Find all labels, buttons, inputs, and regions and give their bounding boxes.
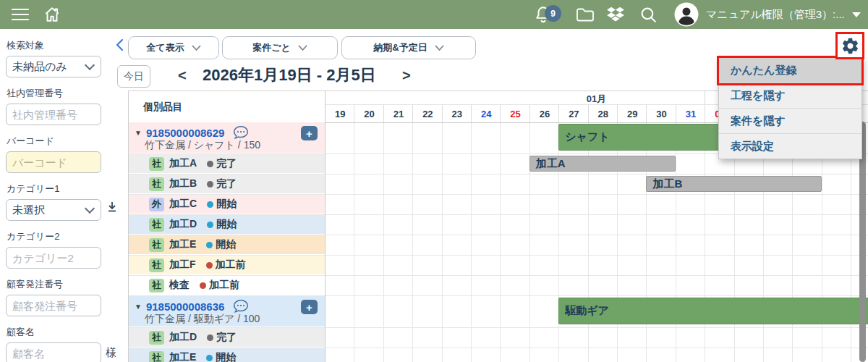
- collapse-sidebar-icon[interactable]: [115, 38, 124, 51]
- filter-button-label: 案件ごと: [252, 41, 291, 54]
- customer-order-number-input[interactable]: [6, 295, 101, 316]
- task-row-content: 外加工C開始: [149, 195, 237, 214]
- gantt-row-cell[interactable]: 外加工C開始: [129, 195, 325, 214]
- item-header-line: ▼9185000008636: [135, 299, 249, 313]
- task-name: 検査: [169, 279, 190, 292]
- settings-annotation-box: [835, 32, 864, 59]
- gantt-row-cell[interactable]: ▼9185000008636+竹下金属 / 駆動ギア / 100: [129, 296, 325, 327]
- item-detail-text: 竹下金属 / シャフト / 150: [145, 139, 260, 152]
- field-customer-name: 顧客名様: [6, 326, 112, 362]
- gear-icon[interactable]: [841, 36, 860, 56]
- add-process-button[interactable]: +: [301, 300, 318, 314]
- download-arrow-icon[interactable]: [106, 201, 118, 216]
- field-internal-control-number: 社内管理番号: [6, 87, 112, 125]
- menu-item-4[interactable]: 表示設定: [719, 134, 861, 159]
- task-name: 加工E: [169, 351, 196, 362]
- customer-name-input[interactable]: [6, 342, 101, 362]
- gantt-task-row: 社加工F加工前: [129, 256, 868, 276]
- status-dot: [206, 355, 213, 361]
- status-dot: [207, 201, 213, 208]
- menu-item-2[interactable]: 工程を隠す: [719, 83, 861, 109]
- gantt-row-cell[interactable]: ▼9185000008629+竹下金属 / シャフト / 150: [129, 122, 325, 153]
- filter-button-1[interactable]: 全て表示: [128, 36, 219, 59]
- status-dot: [207, 161, 213, 167]
- user-account-label[interactable]: マニュアル権限（管理3）:...: [706, 0, 845, 29]
- external-badge: 外: [149, 198, 164, 211]
- gantt-row-cell[interactable]: 社検査加工前: [129, 276, 325, 295]
- field-label-barcode: バーコード: [7, 135, 112, 148]
- today-button[interactable]: 今日: [117, 65, 150, 88]
- category-2-input[interactable]: [6, 247, 101, 269]
- menu-item-3[interactable]: 案件を隠す: [719, 109, 861, 134]
- search-target-value: 未納品のみ: [12, 60, 67, 74]
- internal-control-number-input[interactable]: [6, 104, 101, 125]
- next-period-arrow[interactable]: >: [402, 65, 411, 85]
- search-icon[interactable]: [639, 6, 658, 24]
- category-1-select[interactable]: 未選択: [6, 199, 101, 221]
- task-row-content: 社加工D完了: [149, 328, 237, 347]
- folder-icon[interactable]: [576, 7, 595, 23]
- gantt-row-cell[interactable]: 社加工B完了: [129, 174, 325, 194]
- task-name: 加工A: [169, 157, 197, 170]
- field-label-search-target: 検索対象: [7, 39, 112, 52]
- field-barcode: バーコード: [6, 135, 112, 173]
- month-boundary: [705, 91, 705, 104]
- internal-badge: 社: [149, 238, 164, 252]
- task-row-content: 社加工F加工前: [149, 256, 246, 274]
- dropbox-icon[interactable]: [606, 6, 625, 24]
- task-row-content: 社検査加工前: [149, 276, 239, 295]
- day-header-20: 20: [354, 105, 383, 122]
- filter-button-3[interactable]: 納期&予定日: [341, 36, 476, 59]
- gantt-row-cell[interactable]: 社加工E開始: [129, 235, 325, 255]
- expand-triangle-icon[interactable]: ▼: [135, 303, 142, 311]
- day-header-28: 28: [588, 105, 618, 122]
- field-search-target: 検索対象未納品のみ: [6, 39, 112, 77]
- item-number-link[interactable]: 9185000008629: [146, 127, 224, 139]
- item-column-header: 個別品目: [129, 91, 325, 123]
- user-avatar[interactable]: [674, 2, 699, 27]
- gantt-row-cell[interactable]: 社加工F加工前: [129, 256, 325, 275]
- gantt-task-row: 社加工E開始: [129, 235, 868, 256]
- hamburger-menu-icon[interactable]: [11, 6, 30, 23]
- day-header-19: 19: [325, 105, 354, 122]
- notification-count-badge: 9: [545, 5, 561, 22]
- gantt-row-cell[interactable]: 社加工E開始: [129, 348, 325, 362]
- day-header-31: 31: [676, 105, 705, 122]
- status-text: 開始: [216, 351, 236, 362]
- task-name: 加工C: [169, 198, 197, 211]
- prev-period-arrow[interactable]: <: [178, 65, 187, 85]
- top-navigation-bar: 9 マニュアル権限（管理3）:...: [0, 0, 868, 29]
- barcode-input[interactable]: [6, 151, 101, 173]
- menu-item-1[interactable]: かんたん登録: [719, 58, 861, 83]
- expand-triangle-icon[interactable]: ▼: [135, 129, 142, 137]
- gantt-bar[interactable]: 加工B: [646, 176, 821, 192]
- day-header-25: 25: [500, 105, 529, 122]
- gantt-bar[interactable]: 駆動ギア: [558, 298, 868, 324]
- settings-dropdown-menu: かんたん登録工程を隠す案件を隠す表示設定: [718, 57, 862, 159]
- day-header-22: 22: [412, 105, 442, 122]
- field-customer-order-number: 顧客発注番号: [6, 278, 112, 316]
- search-filter-sidebar: 検索対象未納品のみ社内管理番号バーコードカテゴリー1未選択カテゴリー2顧客発注番…: [0, 29, 112, 362]
- add-process-button[interactable]: +: [301, 126, 318, 140]
- gantt-row-cell[interactable]: 社加工D開始: [129, 215, 325, 235]
- account-caret-down-icon[interactable]: [851, 11, 862, 20]
- search-target-select[interactable]: 未納品のみ: [6, 56, 101, 77]
- field-label-category-1: カテゴリー1: [7, 182, 112, 195]
- gantt-row-cell[interactable]: 社加工A完了: [129, 154, 325, 174]
- filter-button-2[interactable]: 案件ごと: [222, 36, 338, 59]
- home-icon[interactable]: [43, 5, 61, 24]
- item-detail-text: 竹下金属 / 駆動ギア / 100: [145, 313, 260, 326]
- field-category-2: カテゴリー2: [6, 230, 112, 269]
- item-number-link[interactable]: 9185000008636: [146, 300, 224, 313]
- status-text: 開始: [216, 238, 236, 251]
- gantt-row-cell[interactable]: 社加工D完了: [129, 328, 325, 348]
- status-text: 開始: [216, 198, 237, 211]
- comment-bubble-icon[interactable]: [233, 299, 249, 313]
- internal-badge: 社: [149, 331, 164, 345]
- panel-divider: [325, 91, 326, 362]
- comment-bubble-icon[interactable]: [233, 125, 249, 140]
- gantt-bar[interactable]: 加工A: [529, 156, 676, 172]
- status-dot: [207, 334, 213, 341]
- field-category-1: カテゴリー1未選択: [6, 182, 112, 221]
- field-label-customer-name: 顧客名: [7, 326, 112, 339]
